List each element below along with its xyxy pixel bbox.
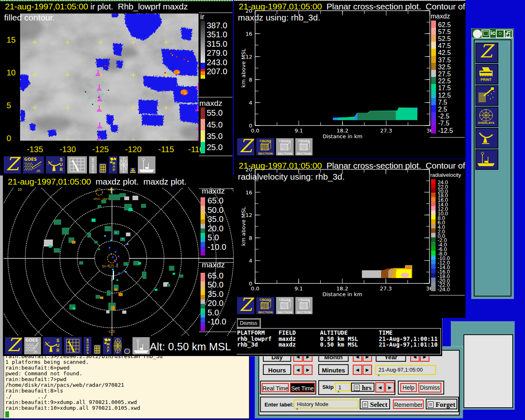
ir-goes-button[interactable]: GOES.IR — [23, 156, 44, 174]
z-icon: Z — [4, 156, 21, 173]
xsection-radial-title: 21-aug-1997,01:05:00 Planar cross-sectio… — [239, 161, 465, 171]
ppi-map-button[interactable]: MAP — [103, 337, 112, 355]
ppi-web-button[interactable] — [113, 337, 122, 355]
minutes-button[interactable]: Minutes — [318, 364, 349, 375]
ir-ship-button[interactable] — [137, 156, 156, 174]
xs1-cross-button[interactable]: CROSSSECTION — [256, 138, 275, 156]
help-button[interactable]: Help — [400, 383, 417, 392]
terminal-output[interactable]: rain:beaufait:5>/zeb90.2.Sol2/bin/dsresc… — [5, 354, 163, 411]
icon-zebra-button[interactable]: Z — [475, 43, 498, 63]
restore-button[interactable] — [504, 30, 513, 38]
svg-text:-120: -120 — [125, 145, 142, 154]
svg-text:65.0: 65.0 — [208, 271, 224, 280]
minutes-back-button[interactable]: ◄ — [353, 365, 362, 375]
xs2-cross-button[interactable]: CROSSSECTION — [295, 297, 313, 315]
svg-text:20.0: 20.0 — [208, 299, 224, 308]
xs1-cross-button[interactable]: CROSSSECTION — [295, 138, 313, 156]
forget-button[interactable]: Forget — [426, 399, 457, 409]
ppi-sur-button[interactable]: SUR — [43, 337, 62, 355]
popup-dismiss-button[interactable]: Dismiss — [237, 319, 260, 327]
radialvelocity-xsection-window: 21-aug-1997,01:05:00 Planar cross-sectio… — [234, 159, 466, 318]
svg-text:5.0: 5.0 — [208, 308, 219, 317]
minutes-forward-button[interactable]: ► — [363, 365, 372, 375]
xsection-maxdz-plot[interactable]: 0481216200.09.118.227.336Distance in kmk… — [234, 0, 466, 159]
ir-gridsm-button[interactable] — [98, 163, 107, 174]
ir-sur-button[interactable]: SUR — [46, 156, 66, 174]
maximize-button[interactable] — [496, 30, 504, 38]
svg-text:18.2: 18.2 — [337, 128, 349, 134]
icon-overlays-button[interactable]: OVERLAYS — [475, 107, 498, 127]
svg-text:GOES: GOES — [24, 157, 37, 162]
xs2-cross-button[interactable]: CROSSSECTION — [256, 297, 275, 315]
svg-text:5: 5 — [7, 101, 11, 110]
ppi-ship-button[interactable] — [132, 337, 150, 355]
z-icon: Z — [5, 337, 22, 354]
xs2-cross-button[interactable]: CROSSSECTION — [276, 297, 294, 315]
svg-text:PRINT: PRINT — [481, 78, 492, 82]
ppi-radar-plot[interactable]: bo-125-8whoi_imet10-125maxdz65.050.035.0… — [3, 175, 237, 356]
hours-button[interactable]: Hours — [263, 364, 291, 375]
skip-back-button[interactable]: ◄ — [375, 382, 385, 393]
dismiss-button[interactable]: Dismiss — [418, 383, 441, 393]
remember-button[interactable]: Remember — [393, 399, 424, 409]
svg-text:S: S — [60, 158, 63, 162]
maxdz-ppi-window: 21-aug-1997,01:05:00 maxdz plot. maxdz p… — [3, 175, 237, 356]
ppi-circle-button[interactable] — [123, 348, 131, 355]
svg-text:-10.0: -10.0 — [208, 317, 226, 326]
svg-text:42.5: 42.5 — [438, 49, 451, 56]
svg-text:km above MSL: km above MSL — [240, 48, 247, 88]
svg-text:-2.5: -2.5 — [438, 113, 450, 120]
skip-input[interactable]: 1^ — [335, 383, 351, 391]
label-input[interactable]: History Mode^ — [294, 399, 358, 409]
icon-print-button[interactable]: PRINT — [475, 64, 498, 84]
svg-text:Distance in km: Distance in km — [322, 133, 362, 139]
hours-forward-button[interactable]: ► — [303, 365, 313, 375]
icon-radar-antenna-button[interactable] — [475, 128, 498, 148]
icon-window-titlebar[interactable]: icon — [472, 29, 514, 37]
icon-sounding-button[interactable] — [475, 85, 498, 106]
svg-text:57.5: 57.5 — [438, 28, 451, 35]
svg-text:5.0: 5.0 — [208, 233, 219, 242]
gridsm-icon — [99, 163, 107, 173]
ppi-gridradar-button[interactable] — [64, 337, 82, 355]
arrow-left-icon: ◄ — [294, 365, 302, 374]
set-time-button[interactable]: Set Time — [290, 383, 315, 393]
real-time-button[interactable]: Real Time — [262, 383, 289, 392]
svg-text:9.1: 9.1 — [294, 128, 303, 134]
cross-icon: CROSSSECTION — [295, 297, 313, 314]
svg-text:bo-125-8: bo-125-8 — [102, 265, 118, 268]
ir-gridradar-button[interactable] — [67, 156, 87, 174]
xsection-radial-plot[interactable]: 0481216200.09.118.227.336Distance in kmk… — [234, 159, 466, 318]
ir-buoy-button[interactable] — [130, 167, 136, 174]
maxdz-xsection-window: 21-aug-1997,01:05:00 Planar cross-sectio… — [234, 0, 466, 159]
xs1-cross-button[interactable]: CROSSSECTION — [276, 138, 294, 156]
time-input[interactable]: 21-Aug-97,1:05:00^ — [375, 365, 436, 375]
iconify-button[interactable] — [473, 30, 482, 38]
ir-map-button[interactable]: MAP — [108, 156, 118, 174]
z-icon: Z — [237, 138, 254, 155]
print-icon: PRINT — [476, 65, 496, 82]
ppi-goes-button[interactable]: GOES.IR — [24, 337, 41, 355]
ir-z-button[interactable]: Z — [3, 156, 21, 174]
icon-ship-button[interactable] — [475, 149, 498, 170]
window-border-strip — [234, 0, 466, 1]
ppi-z-button[interactable]: Z — [5, 337, 23, 355]
hours-back-button[interactable]: ◄ — [293, 365, 303, 375]
xs2-z-button[interactable]: Z — [237, 297, 255, 315]
cross-icon: CROSSSECTION — [276, 297, 294, 314]
ir-web-button[interactable] — [119, 156, 128, 174]
svg-text:351.0: 351.0 — [207, 30, 227, 39]
skip-forward-button[interactable]: ► — [385, 382, 395, 393]
select-button[interactable]: Select — [360, 399, 390, 409]
data-available-popup: Dismiss PLATFORM FIELD ALTITUDE TIME rhb… — [234, 318, 442, 356]
window-menu-button[interactable] — [482, 30, 490, 38]
xs1-z-button[interactable]: Z — [237, 138, 255, 156]
ir-plot-title-line2: filled contour. — [4, 13, 55, 23]
svg-text:18.2: 18.2 — [336, 285, 348, 292]
skip-units-button[interactable]: hrs — [351, 383, 374, 392]
svg-text:315.0: 315.0 — [207, 39, 227, 48]
ir-bounds-button[interactable]: BOUNDS — [89, 156, 97, 174]
ir-satellite-plot[interactable]: 151050-135-130-125-120-115-110ir387.0351… — [0, 0, 233, 175]
ppi-bounds-button[interactable]: BOUNDS — [83, 337, 92, 355]
ppi-gridsm-button[interactable] — [93, 344, 101, 355]
